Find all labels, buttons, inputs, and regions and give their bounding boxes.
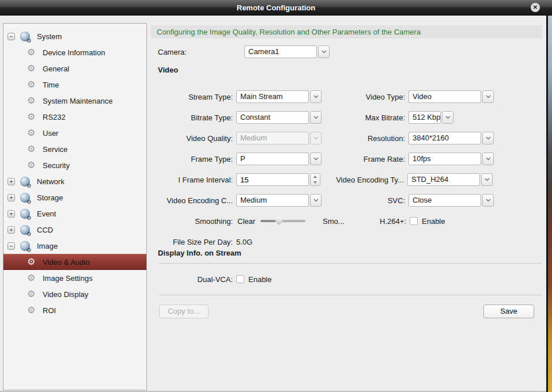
bitrate-type-select[interactable]: Constant	[236, 111, 322, 124]
sidebar-item-roi[interactable]: ⚙ ROI	[3, 302, 146, 318]
gear-icon: ⚙	[27, 144, 36, 154]
chevron-down-icon[interactable]	[442, 111, 453, 124]
button-row: Copy to... Save	[151, 305, 542, 318]
spin-up-icon[interactable]	[311, 174, 320, 180]
sidebar-item-rs232[interactable]: ⚙ RS232	[3, 109, 146, 125]
wallpaper-gradient	[548, 16, 552, 392]
sidebar-item-video-audio[interactable]: ⚙ Video & Audio	[3, 254, 146, 270]
slider-handle[interactable]	[275, 217, 282, 225]
sidebar-item-image[interactable]: − Image	[3, 238, 146, 254]
gear-icon: ⚙	[27, 273, 36, 283]
sidebar-item-time[interactable]: ⚙ Time	[3, 77, 146, 93]
stream-type-select[interactable]: Main Stream	[236, 90, 322, 103]
h264-plus-checkbox[interactable]	[410, 217, 418, 225]
video-encoding-type-select[interactable]: STD_H264	[407, 173, 493, 186]
expand-icon[interactable]: +	[7, 226, 15, 234]
video-type-select[interactable]: Video	[409, 90, 494, 103]
camera-row: Camera: Camera1	[151, 45, 330, 58]
gear-icon: ⚙	[27, 112, 36, 121]
svc-label: SVC:	[322, 196, 405, 205]
file-size-row: File Size Per Day: 5.0G	[151, 235, 496, 248]
gear-icon: ⚙	[27, 96, 36, 105]
file-size-value: 5.0G	[236, 238, 252, 246]
dual-vca-checkbox[interactable]	[236, 275, 244, 283]
gear-icon: ⚙	[27, 161, 36, 170]
smoothing-slider[interactable]	[260, 217, 305, 225]
smoothing-min-label: Clear	[237, 217, 255, 226]
chevron-down-icon[interactable]	[482, 153, 494, 165]
sidebar-tree: − System ⚙ Device Information ⚙ General …	[3, 23, 147, 390]
system-category-icon	[20, 32, 30, 41]
camera-select-value[interactable]: Camera1	[244, 45, 317, 58]
gear-icon: ⚙	[27, 257, 36, 267]
sidebar-item-user[interactable]: ⚙ User	[3, 125, 146, 141]
i-frame-interval-spinner	[236, 173, 320, 186]
resolution-select[interactable]: 3840*2160	[409, 132, 494, 144]
form-row: Frame Type: P Frame Rate: 10fps	[151, 153, 496, 165]
video-quality-label: Video Quality:	[151, 134, 233, 143]
video-encoding-complexity-select[interactable]: Medium	[236, 194, 322, 207]
form-row: Stream Type: Main Stream Video Type: Vid…	[151, 90, 496, 103]
chevron-down-icon[interactable]	[482, 194, 494, 207]
copy-to-button[interactable]: Copy to...	[159, 305, 209, 318]
gear-icon: ⚙	[27, 80, 36, 89]
chevron-down-icon[interactable]	[481, 173, 493, 186]
h264-plus-group: H.264+: Enable	[326, 215, 496, 227]
ccd-category-icon	[20, 225, 30, 235]
chevron-down-icon[interactable]	[482, 132, 494, 144]
form-row: I Frame Interval: Video Encoding Ty... S…	[151, 173, 496, 186]
expand-icon[interactable]: +	[7, 194, 15, 201]
sidebar-item-video-display[interactable]: ⚙ Video Display	[3, 286, 146, 302]
chevron-down-icon[interactable]	[310, 153, 322, 165]
sidebar-item-system-maintenance[interactable]: ⚙ System Maintenance	[3, 93, 146, 109]
close-icon[interactable]: ✕	[531, 3, 540, 12]
frame-type-select[interactable]: P	[236, 153, 322, 165]
collapse-icon[interactable]: −	[7, 242, 15, 250]
slider-track[interactable]	[260, 220, 305, 222]
sidebar-item-network[interactable]: + Network	[3, 173, 146, 189]
save-button[interactable]: Save	[483, 305, 534, 318]
frame-rate-select[interactable]: 10fps	[409, 153, 494, 165]
sidebar-item-security[interactable]: ⚙ Security	[3, 157, 146, 173]
chevron-down-icon[interactable]	[310, 194, 322, 207]
dual-vca-label: Dual-VCA:	[151, 275, 233, 284]
smoothing-row: Smoothing: Clear Smo... H.264+: Enable	[151, 215, 496, 227]
expand-icon[interactable]: +	[7, 210, 15, 218]
chevron-down-icon[interactable]	[310, 111, 322, 124]
svc-select[interactable]: Close	[409, 194, 494, 207]
max-bitrate-label: Max Bitrate:	[322, 113, 405, 122]
divider	[159, 295, 542, 295]
sidebar-item-storage[interactable]: + Storage	[3, 189, 146, 205]
frame-rate-label: Frame Rate:	[322, 155, 405, 163]
desktop-wallpaper-strip	[546, 16, 552, 392]
bitrate-type-label: Bitrate Type:	[151, 113, 233, 122]
page-description: Configuring the Image Quality, Resolutio…	[151, 25, 542, 39]
camera-select[interactable]: Camera1	[244, 45, 330, 58]
divider	[159, 263, 542, 264]
collapse-icon[interactable]: −	[7, 33, 15, 40]
spin-down-icon[interactable]	[311, 180, 320, 185]
spinner-buttons	[310, 173, 320, 186]
sidebar-item-service[interactable]: ⚙ Service	[3, 141, 146, 157]
chevron-down-icon[interactable]	[482, 90, 494, 103]
titlebar: Remote Configuration ✕	[0, 0, 552, 16]
sidebar-item-system[interactable]: − System	[3, 28, 146, 44]
image-category-icon	[20, 241, 30, 251]
resolution-label: Resolution:	[322, 134, 405, 143]
chevron-down-icon[interactable]	[318, 45, 330, 58]
network-category-icon	[20, 177, 30, 187]
sidebar-item-event[interactable]: + Event	[3, 205, 146, 222]
sidebar-item-general[interactable]: ⚙ General	[3, 60, 146, 77]
video-encoding-type-label: Video Encoding Ty...	[320, 176, 404, 184]
video-encoding-complexity-label: Video Encoding C...	[151, 196, 233, 205]
video-section-heading: Video	[158, 66, 178, 74]
max-bitrate-select[interactable]: 512 Kbps	[409, 111, 453, 124]
sidebar-item-device-information[interactable]: ⚙ Device Information	[3, 44, 146, 60]
sidebar-item-image-settings[interactable]: ⚙ Image Settings	[3, 270, 146, 286]
sidebar-item-ccd[interactable]: + CCD	[3, 222, 146, 238]
file-size-label: File Size Per Day:	[151, 238, 233, 246]
storage-category-icon	[20, 193, 30, 203]
expand-icon[interactable]: +	[7, 178, 15, 185]
i-frame-interval-input[interactable]	[236, 173, 309, 186]
chevron-down-icon[interactable]	[310, 90, 322, 103]
